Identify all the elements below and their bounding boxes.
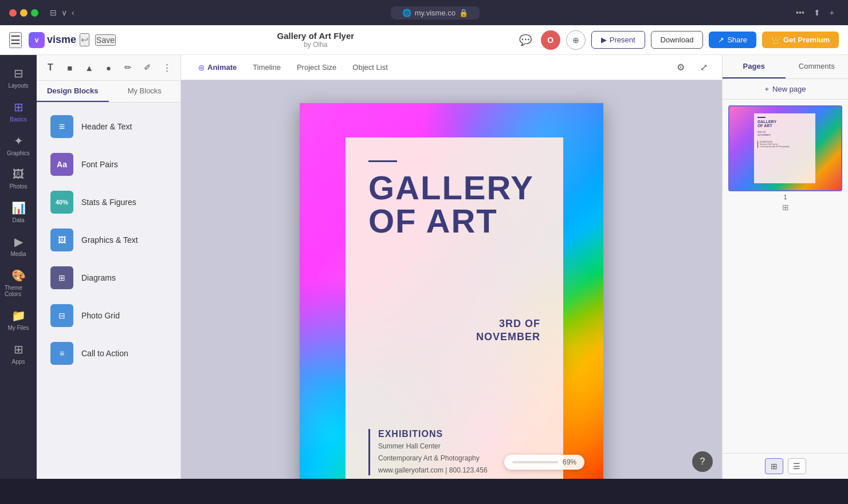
animate-tab-button[interactable]: ◎ Animate <box>190 60 245 75</box>
design-blocks-panel: T ■ ▲ ● ✏ ✐ ⋮ Design Blocks My Blocks <box>37 55 181 479</box>
grid-icon: ⊞ <box>771 462 778 471</box>
square-tool-button[interactable]: ■ <box>61 58 79 77</box>
flyer-decorative-line <box>368 160 397 162</box>
design-blocks-tab[interactable]: Design Blocks <box>37 81 109 102</box>
settings-button[interactable]: ⚙ <box>672 58 690 77</box>
my-blocks-tab[interactable]: My Blocks <box>109 81 181 102</box>
new-page-label: New page <box>772 85 806 93</box>
block-item-graphics-text[interactable]: 🖼 Graphics & Text <box>41 222 176 258</box>
zoom-bar: 69% <box>504 455 584 470</box>
zoom-slider[interactable] <box>512 461 558 463</box>
fullscreen-icon: ⤢ <box>700 62 708 72</box>
sidebar-label-layouts: Layouts <box>8 82 28 89</box>
main-layout: ⊟ Layouts ⊞ Basics ✦ Graphics 🖼 Photos 📊… <box>0 55 848 479</box>
project-size-tab-button[interactable]: Project Size <box>289 60 344 75</box>
more-options-button[interactable]: ⋮ <box>158 58 176 77</box>
sidebar-item-graphics[interactable]: ✦ Graphics <box>2 129 34 161</box>
page-options-button[interactable]: ⊞ <box>782 203 789 212</box>
sidebar-label-theme-colors: Theme Colors <box>5 285 32 297</box>
new-page-button[interactable]: + New page <box>723 79 848 100</box>
page-thumbnails: GALLERYOF ART 3RD OFNOVEMBER EXHIBITIONS… <box>723 100 848 453</box>
text-tool-button[interactable]: T <box>41 58 60 77</box>
url-display[interactable]: 🌐 my.visme.co 🔒 <box>391 6 480 19</box>
media-icon: ▶ <box>14 235 23 249</box>
user-avatar[interactable]: O <box>541 30 560 50</box>
mac-close-button[interactable] <box>9 9 17 17</box>
mac-navigation[interactable]: ⊟ ∨ ‹ <box>50 8 74 17</box>
comment-button[interactable]: 💬 <box>516 30 535 50</box>
mac-window-controls[interactable] <box>9 9 38 17</box>
pages-tab[interactable]: Pages <box>723 55 786 78</box>
blocks-list: ≡ Header & Text Aa Font Pairs 40% Stats … <box>37 103 180 479</box>
sidebar-item-apps[interactable]: ⊞ Apps <box>2 338 34 369</box>
sidebar-item-theme-colors[interactable]: 🎨 Theme Colors <box>2 264 34 302</box>
canvas-area[interactable]: GALLERY OF ART 3RD OF NOVEMBER EXHIBITIO… <box>181 80 722 479</box>
mac-back-icon[interactable]: ‹ <box>72 8 74 17</box>
fullscreen-button[interactable]: ⤢ <box>694 58 713 77</box>
graphics-text-icon: 🖼 <box>50 229 73 251</box>
crosshair-button[interactable]: ⊕ <box>566 30 586 50</box>
triangle-tool-button[interactable]: ▲ <box>80 58 99 77</box>
sidebar-item-my-files[interactable]: 📁 My Files <box>2 304 34 336</box>
mac-add-icon[interactable]: + <box>830 8 834 17</box>
sidebar-label-basics: Basics <box>10 116 26 123</box>
logo-icon: v <box>29 32 45 48</box>
block-item-stats-figures[interactable]: 40% Stats & Figures <box>41 184 176 220</box>
sidebar-item-media[interactable]: ▶ Media <box>2 230 34 262</box>
timeline-tab-button[interactable]: Timeline <box>245 60 289 75</box>
sidebar-item-layouts[interactable]: ⊟ Layouts <box>2 62 34 93</box>
diagrams-icon: ⊞ <box>50 266 73 289</box>
mac-maximize-button[interactable] <box>31 9 38 17</box>
sidebar-label-photos: Photos <box>9 183 27 190</box>
block-item-header-text[interactable]: ≡ Header & Text <box>41 108 176 145</box>
get-premium-button[interactable]: 👑 Get Premium <box>762 32 839 48</box>
data-icon: 📊 <box>11 201 26 215</box>
save-button[interactable]: Save <box>95 34 116 46</box>
flyer-date-line1: 3RD OF <box>499 318 540 329</box>
project-title: Gallery of Art Flyer <box>123 31 509 41</box>
lock-icon: 🔒 <box>459 9 468 17</box>
thumbnail-inner: GALLERYOF ART 3RD OFNOVEMBER EXHIBITIONS… <box>754 113 815 184</box>
flyer-canvas[interactable]: GALLERY OF ART 3RD OF NOVEMBER EXHIBITIO… <box>300 103 603 479</box>
favicon-icon: 🌐 <box>402 9 411 17</box>
plus-icon: + <box>764 85 769 93</box>
download-button[interactable]: Download <box>651 31 704 49</box>
photo-grid-label: Photo Grid <box>81 311 120 320</box>
present-button[interactable]: ▶ Present <box>591 31 645 49</box>
premium-label: Get Premium <box>783 36 830 44</box>
header-actions: 💬 O ⊕ ▶ Present Download ↗ Share 👑 Get P… <box>516 30 839 50</box>
block-item-diagrams[interactable]: ⊞ Diagrams <box>41 259 176 296</box>
app-header: ☰ v visme ↩ Save Gallery of Art Flyer by… <box>0 25 848 55</box>
block-item-photo-grid[interactable]: ⊟ Photo Grid <box>41 297 176 334</box>
exhibitions-venue: Summer Hall Center <box>378 441 540 451</box>
flyer-date-line2: NOVEMBER <box>476 331 540 342</box>
mac-sidebar-icon[interactable]: ⊟ <box>50 8 57 17</box>
mac-share-icon[interactable]: ⬆ <box>814 8 820 17</box>
share-button[interactable]: ↗ Share <box>709 32 756 48</box>
mac-right-controls: ••• ⬆ + <box>796 8 834 17</box>
sidebar-item-basics[interactable]: ⊞ Basics <box>2 96 34 127</box>
grid-view-button[interactable]: ⊞ <box>765 458 783 474</box>
block-item-call-to-action[interactable]: ≡ Call to Action <box>41 335 176 372</box>
comments-tab[interactable]: Comments <box>786 55 849 78</box>
object-list-tab-button[interactable]: Object List <box>344 60 395 75</box>
sidebar-label-my-files: My Files <box>7 325 29 331</box>
page-1-thumbnail[interactable]: GALLERYOF ART 3RD OFNOVEMBER EXHIBITIONS… <box>728 105 842 191</box>
graphics-icon: ✦ <box>14 134 23 148</box>
help-button[interactable]: ? <box>692 451 713 472</box>
visme-logo[interactable]: v visme <box>29 32 76 48</box>
pen-tool-button[interactable]: ✏ <box>119 58 137 77</box>
block-item-font-pairs[interactable]: Aa Font Pairs <box>41 146 176 183</box>
pencil-tool-button[interactable]: ✐ <box>138 58 156 77</box>
sidebar-item-photos[interactable]: 🖼 Photos <box>2 163 34 194</box>
hamburger-menu-button[interactable]: ☰ <box>9 32 22 48</box>
header-text-label: Header & Text <box>81 122 132 131</box>
sidebar-item-data[interactable]: 📊 Data <box>2 196 34 228</box>
mac-minimize-button[interactable] <box>20 9 28 17</box>
layouts-icon: ⊟ <box>14 66 23 80</box>
circle-tool-button[interactable]: ● <box>100 58 118 77</box>
call-to-action-label: Call to Action <box>81 349 128 358</box>
undo-button[interactable]: ↩ <box>80 33 89 46</box>
list-view-button[interactable]: ☰ <box>788 458 806 474</box>
pen-icon: ✏ <box>124 62 132 73</box>
